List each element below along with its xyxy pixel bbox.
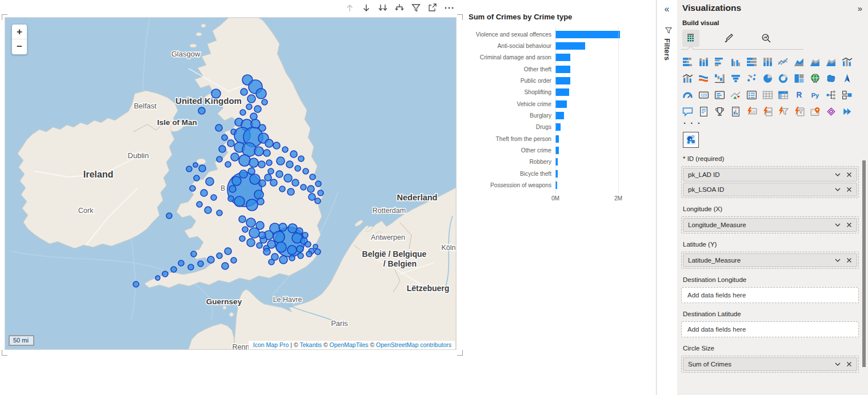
- gauge-icon[interactable]: [682, 90, 693, 100]
- clustered-bar-chart-icon[interactable]: [714, 57, 725, 67]
- drill-visual-icon[interactable]: [826, 106, 837, 117]
- bar-9[interactable]: [555, 123, 561, 131]
- key-influencers-icon[interactable]: [842, 90, 853, 100]
- treemap-icon[interactable]: [794, 73, 805, 84]
- chevron-down-icon[interactable]: [834, 186, 842, 194]
- dynamic-calc-card-icon[interactable]: 123: [746, 106, 757, 117]
- basemap[interactable]: GlasgowBelfastUnited KingdomIsle of ManD…: [5, 18, 456, 349]
- icon-map-pro-visual-button[interactable]: [683, 132, 699, 148]
- line-chart-icon[interactable]: [778, 57, 789, 67]
- chevron-down-icon[interactable]: [834, 256, 842, 264]
- bar-2[interactable]: [555, 42, 585, 50]
- bar-8[interactable]: [555, 112, 564, 119]
- 100-stacked-column-chart-icon[interactable]: [762, 57, 773, 67]
- attribution-link[interactable]: Tekantis: [299, 341, 322, 348]
- tab-build-visual[interactable]: [682, 30, 699, 47]
- selection-handle[interactable]: [457, 14, 463, 20]
- 100-stacked-area-chart-icon[interactable]: [826, 57, 837, 67]
- card-icon[interactable]: 123: [698, 90, 709, 100]
- waterfall-chart-icon[interactable]: [714, 73, 725, 84]
- goals-icon[interactable]: [714, 106, 725, 117]
- field-pill[interactable]: Longitude_Measure: [683, 218, 857, 232]
- power-automate-icon[interactable]: [842, 106, 853, 117]
- field-drop-zone[interactable]: Longitude_Measure: [681, 216, 859, 233]
- paginated-report-icon[interactable]: [730, 106, 741, 117]
- decomposition-tree-icon[interactable]: [826, 90, 837, 100]
- get-more-visuals-button[interactable]: . . .: [683, 118, 859, 124]
- dynamic-slicer-icon[interactable]: [762, 106, 773, 117]
- dynamic-filter-icon[interactable]: [778, 106, 789, 117]
- field-pill[interactable]: Sum of Crimes: [683, 357, 857, 371]
- ribbon-chart-icon[interactable]: [698, 73, 709, 84]
- scatter-chart-icon[interactable]: [746, 73, 757, 84]
- map-icon[interactable]: [810, 73, 821, 84]
- filters-pane-tab[interactable]: Filters: [663, 38, 671, 61]
- clustered-column-chart-icon[interactable]: [730, 57, 741, 67]
- tab-analytics[interactable]: [758, 30, 775, 47]
- filled-map-icon[interactable]: [826, 73, 837, 84]
- matrix-icon[interactable]: [778, 90, 789, 100]
- remove-field-icon[interactable]: [845, 171, 853, 179]
- expand-all-down-icon[interactable]: [394, 2, 405, 14]
- chevron-down-icon[interactable]: [834, 171, 842, 179]
- stacked-column-chart-icon[interactable]: [698, 57, 709, 67]
- python-visual-icon[interactable]: Py: [810, 90, 821, 100]
- chevron-down-icon[interactable]: [834, 221, 842, 229]
- drill-up-icon[interactable]: [344, 2, 355, 14]
- donut-chart-icon[interactable]: [778, 73, 789, 84]
- go-to-next-level-icon[interactable]: [377, 2, 389, 14]
- remove-field-icon[interactable]: [845, 360, 853, 368]
- icon-map-pro-link[interactable]: Icon Map Pro: [253, 341, 289, 348]
- bar-chart-visual[interactable]: Sum of Crimes by Crime type Violence and…: [467, 13, 641, 213]
- selection-handle[interactable]: [457, 350, 463, 356]
- stacked-bar-chart-icon[interactable]: [682, 57, 693, 67]
- pane-scrollbar[interactable]: [862, 160, 866, 367]
- bar-6[interactable]: [555, 88, 569, 96]
- field-drop-zone[interactable]: pk_LAD IDpk_LSOA ID: [681, 166, 859, 198]
- icon-map-visual[interactable]: GlasgowBelfastUnited KingdomIsle of ManD…: [5, 18, 456, 349]
- azure-map-icon[interactable]: [842, 73, 853, 84]
- bar-3[interactable]: [555, 54, 570, 61]
- remove-field-icon[interactable]: [845, 186, 853, 194]
- pie-chart-icon[interactable]: [762, 73, 773, 84]
- remove-field-icon[interactable]: [845, 221, 853, 229]
- field-drop-zone[interactable]: Add data fields here: [681, 287, 859, 303]
- attribution-link[interactable]: OpenStreetMap contributors: [376, 341, 451, 348]
- chevron-down-icon[interactable]: [834, 360, 842, 368]
- expand-filters-icon[interactable]: «: [665, 5, 670, 14]
- field-pill[interactable]: Latitude_Measure: [683, 253, 857, 267]
- bar-7[interactable]: [555, 100, 567, 108]
- funnel-chart-icon[interactable]: [730, 73, 741, 84]
- remove-field-icon[interactable]: [845, 256, 853, 264]
- filters-pane-collapsed[interactable]: « Filters: [656, 0, 677, 395]
- multi-row-card-icon[interactable]: [714, 90, 725, 100]
- 100-stacked-bar-chart-icon[interactable]: [746, 57, 757, 67]
- line-and-clustered-column-chart-icon[interactable]: [682, 73, 693, 84]
- bar-1[interactable]: [555, 31, 620, 38]
- r-script-visual-icon[interactable]: R: [794, 90, 805, 100]
- slicer-icon[interactable]: [746, 90, 757, 100]
- kpi-icon[interactable]: [730, 90, 741, 100]
- field-pill[interactable]: pk_LAD ID: [683, 168, 857, 182]
- field-drop-zone[interactable]: Sum of Crimes: [681, 356, 859, 373]
- field-pill[interactable]: pk_LSOA ID: [683, 183, 857, 196]
- icon-map-icon[interactable]: [810, 106, 821, 117]
- line-and-stacked-column-chart-icon[interactable]: [842, 57, 853, 67]
- field-drop-zone[interactable]: Add data fields here: [681, 321, 859, 337]
- dynamic-field-filter-icon[interactable]: [794, 106, 805, 117]
- selection-handle[interactable]: [2, 350, 7, 356]
- filter-icon[interactable]: [410, 2, 422, 14]
- collapse-visualizations-icon[interactable]: »: [858, 3, 862, 13]
- drill-down-icon[interactable]: [361, 2, 372, 14]
- zoom-out-button[interactable]: −: [12, 39, 27, 54]
- focus-mode-icon[interactable]: [427, 2, 438, 14]
- more-options-icon[interactable]: [443, 2, 455, 14]
- tab-format-visual[interactable]: [720, 30, 737, 47]
- field-drop-zone[interactable]: Latitude_Measure: [681, 252, 859, 269]
- stacked-area-chart-icon[interactable]: [810, 57, 821, 67]
- zoom-in-button[interactable]: +: [12, 25, 27, 39]
- area-chart-icon[interactable]: [794, 57, 805, 67]
- attribution-link[interactable]: OpenMapTiles: [330, 341, 369, 348]
- table-icon[interactable]: [762, 90, 773, 100]
- bar-5[interactable]: [555, 77, 570, 84]
